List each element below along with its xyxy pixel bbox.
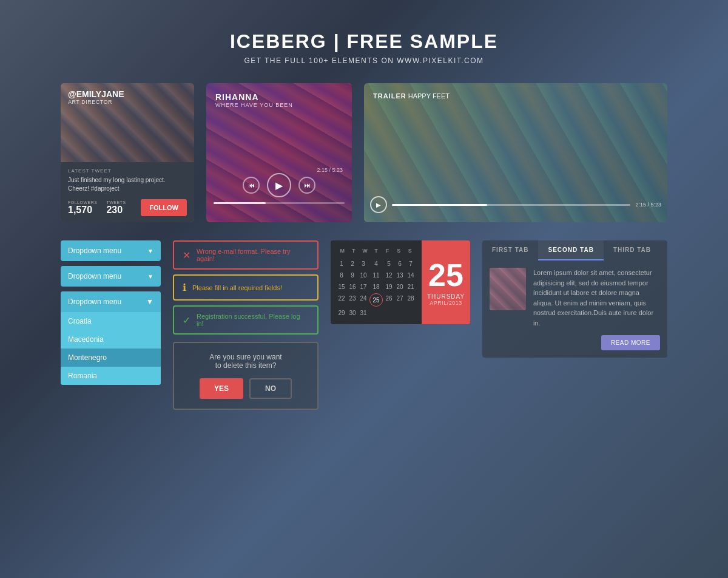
dropdown-item-macedonia[interactable]: Macedonia: [61, 330, 161, 348]
cal-day-10[interactable]: 10: [359, 270, 368, 280]
no-button[interactable]: NO: [249, 378, 292, 399]
dropdown-2[interactable]: Dropdown menu ▼: [61, 266, 161, 287]
read-more-button[interactable]: READ MORE: [601, 335, 660, 350]
music-rewind-button[interactable]: ⏮: [243, 177, 260, 194]
alert-error: ✕ Wrong e-mail format. Please try again!: [173, 240, 318, 270]
alert-error-text: Wrong e-mail format. Please try again!: [197, 248, 309, 262]
video-controls: ▶ 2:15 / 5:23: [370, 196, 661, 213]
calendar-date-number: 25: [428, 259, 463, 291]
cal-header-f: F: [382, 246, 393, 255]
tweet-label: LATEST TWEET: [68, 168, 187, 174]
cal-day-4[interactable]: 4: [369, 259, 383, 269]
page-header: ICEBERG | FREE SAMPLE GET THE FULL 100+ …: [0, 0, 728, 83]
cal-day-27[interactable]: 27: [395, 293, 405, 307]
tab-avatar-image: [490, 268, 526, 310]
cal-day-24[interactable]: 24: [359, 293, 368, 307]
cal-day-12[interactable]: 12: [384, 270, 394, 280]
yes-button[interactable]: YES: [200, 378, 243, 399]
cal-day-5[interactable]: 5: [384, 259, 394, 269]
dropdown-item-montenegro[interactable]: Montenegro: [61, 348, 161, 367]
music-play-button[interactable]: ▶: [267, 173, 291, 197]
video-info: TRAILER HAPPY FEET: [373, 92, 450, 100]
cal-day-6[interactable]: 6: [395, 259, 405, 269]
alert-success-icon: ✓: [183, 314, 190, 326]
cal-header-w: W: [359, 246, 371, 255]
dropdown-item-romania[interactable]: Romania: [61, 367, 161, 385]
music-song: WHERE HAVE YOU BEEN: [215, 102, 293, 108]
video-title: HAPPY FEET: [408, 92, 450, 100]
tab-fourth[interactable]: FOURTH TAB: [661, 240, 667, 260]
dropdown-3-header[interactable]: Dropdown menu ▼: [61, 291, 161, 312]
cal-day-3[interactable]: 3: [359, 259, 368, 269]
dropdown-1[interactable]: Dropdown menu ▼: [61, 240, 161, 261]
cal-day-28[interactable]: 28: [406, 293, 416, 307]
video-progress-fill: [392, 204, 487, 206]
cal-day-9[interactable]: 9: [348, 270, 357, 280]
cal-day-31[interactable]: 31: [359, 308, 368, 318]
cal-day-17[interactable]: 17: [359, 282, 368, 292]
dropdown-2-label: Dropdown menu: [68, 272, 121, 280]
video-card: TRAILER HAPPY FEET ▶ 2:15 / 5:23: [364, 83, 667, 222]
cal-day-7[interactable]: 7: [406, 259, 416, 269]
cal-day-15[interactable]: 15: [337, 282, 346, 292]
calendar-day-name: THURSDAY: [427, 293, 465, 300]
cal-day-30[interactable]: 30: [348, 308, 357, 318]
tab-avatar: [490, 268, 526, 310]
bottom-row: Dropdown menu ▼ Dropdown menu ▼ Dropdown…: [61, 240, 667, 410]
alert-success: ✓ Registration successful. Please log in…: [173, 305, 318, 335]
cal-day-21[interactable]: 21: [406, 282, 416, 292]
tab-read-more-row: READ MORE: [482, 335, 667, 358]
cal-day-26[interactable]: 26: [384, 293, 394, 307]
calendar-grid: 1 2 3 4 5 6 7 8 9 10 11 12 13 14 15 16 1: [337, 259, 416, 318]
music-card: RIHANNA WHERE HAVE YOU BEEN 2:15 / 5:23 …: [206, 83, 352, 222]
cal-day-14[interactable]: 14: [406, 270, 416, 280]
profile-card-bottom: LATEST TWEET Just finished my long lasti…: [61, 162, 194, 222]
cal-day-25-today[interactable]: 19: [384, 282, 394, 292]
dropdown-3-label: Dropdown menu: [68, 298, 121, 306]
dropdown-item-croatia[interactable]: Croatia: [61, 312, 161, 330]
cal-day-13[interactable]: 13: [395, 270, 405, 280]
followers-stat: FOLLOWERS 1,570: [68, 200, 97, 216]
tab-first[interactable]: FIRST TAB: [482, 240, 538, 260]
cal-day-1[interactable]: 1: [337, 259, 346, 269]
tabs-body: Lorem ipsum dolor sit amet, consectetur …: [482, 260, 667, 335]
alert-error-icon: ✕: [183, 250, 190, 261]
music-buttons: ⏮ ▶ ⏭: [243, 173, 315, 197]
followers-label: FOLLOWERS: [68, 200, 97, 205]
cal-header-t2: T: [371, 246, 382, 255]
cal-day-20[interactable]: 20: [395, 282, 405, 292]
cal-day-11[interactable]: 11: [369, 270, 383, 280]
calendar-main: M T W T F S S 1 2 3 4 5 6 7 8 9: [331, 240, 422, 324]
dropdowns-column: Dropdown menu ▼ Dropdown menu ▼ Dropdown…: [61, 240, 161, 385]
page-subtitle: GET THE FULL 100+ ELEMENTS ON WWW.PIXELK…: [0, 56, 728, 65]
cal-day-22[interactable]: 22: [337, 293, 346, 307]
profile-stats: FOLLOWERS 1,570 TWEETS 230 FOLLOW: [68, 199, 187, 216]
music-info: RIHANNA WHERE HAVE YOU BEEN: [215, 92, 293, 108]
cal-header-s1: S: [393, 246, 405, 255]
profile-username: @EMILYJANE: [68, 89, 124, 99]
cal-day-2[interactable]: 2: [348, 259, 357, 269]
tab-second[interactable]: SECOND TAB: [538, 240, 603, 260]
tabs-widget: FIRST TAB SECOND TAB THIRD TAB FOURTH TA…: [482, 240, 667, 358]
music-progress-bar: [214, 202, 345, 204]
cal-day-18[interactable]: 18: [369, 282, 383, 292]
cal-header-s2: S: [404, 246, 416, 255]
cal-day-25[interactable]: 25: [369, 293, 383, 307]
cal-header-m: M: [337, 246, 348, 255]
video-play-button[interactable]: ▶: [370, 196, 387, 213]
page-title: ICEBERG | FREE SAMPLE: [0, 30, 728, 53]
music-forward-button[interactable]: ⏭: [298, 177, 315, 194]
tabs-header: FIRST TAB SECOND TAB THIRD TAB FOURTH TA…: [482, 240, 667, 260]
alert-warning: ℹ Please fill in all required fields!: [173, 274, 318, 301]
cal-day-29[interactable]: 29: [337, 308, 346, 318]
dropdown-1-label: Dropdown menu: [68, 246, 121, 255]
main-content: @EMILYJANE ART DIRECTOR LATEST TWEET Jus…: [0, 83, 728, 410]
cal-day-16[interactable]: 16: [348, 282, 357, 292]
cal-day-8[interactable]: 8: [337, 270, 346, 280]
tab-content-text: Lorem ipsum dolor sit amet, consectetur …: [533, 268, 660, 328]
cal-day-23[interactable]: 23: [348, 293, 357, 307]
tab-third[interactable]: THIRD TAB: [604, 240, 661, 260]
follow-button[interactable]: FOLLOW: [141, 199, 187, 216]
alert-success-text: Registration successful. Please log in!: [197, 313, 309, 327]
music-artist: RIHANNA: [215, 92, 293, 102]
